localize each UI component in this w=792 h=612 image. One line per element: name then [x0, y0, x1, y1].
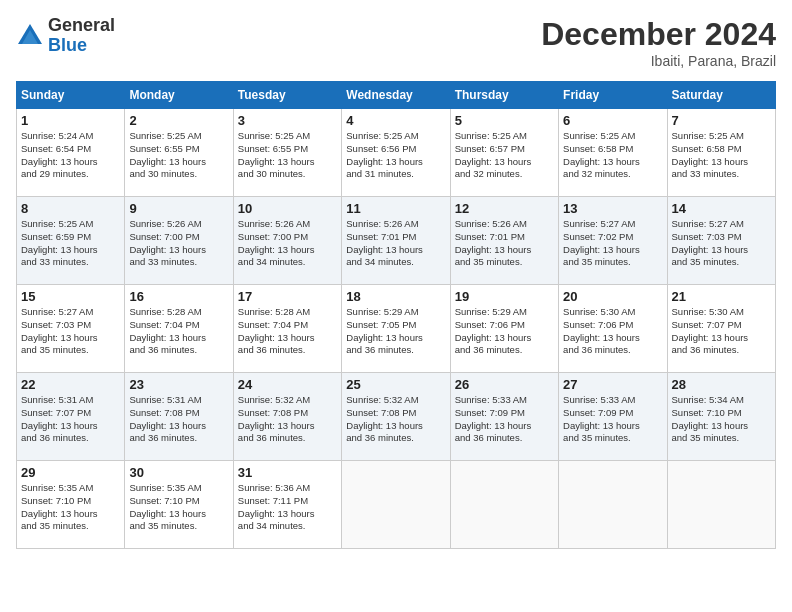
- col-thursday: Thursday: [450, 82, 558, 109]
- day-number: 31: [238, 465, 337, 480]
- day-number: 25: [346, 377, 445, 392]
- calendar-cell: 11Sunrise: 5:26 AM Sunset: 7:01 PM Dayli…: [342, 197, 450, 285]
- calendar-cell: 9Sunrise: 5:26 AM Sunset: 7:00 PM Daylig…: [125, 197, 233, 285]
- day-detail: Sunrise: 5:30 AM Sunset: 7:06 PM Dayligh…: [563, 306, 662, 357]
- calendar-cell: 22Sunrise: 5:31 AM Sunset: 7:07 PM Dayli…: [17, 373, 125, 461]
- calendar-cell: 31Sunrise: 5:36 AM Sunset: 7:11 PM Dayli…: [233, 461, 341, 549]
- day-number: 24: [238, 377, 337, 392]
- day-number: 20: [563, 289, 662, 304]
- calendar-cell: [559, 461, 667, 549]
- calendar-cell: [342, 461, 450, 549]
- day-detail: Sunrise: 5:29 AM Sunset: 7:05 PM Dayligh…: [346, 306, 445, 357]
- day-number: 3: [238, 113, 337, 128]
- day-number: 26: [455, 377, 554, 392]
- day-detail: Sunrise: 5:32 AM Sunset: 7:08 PM Dayligh…: [238, 394, 337, 445]
- calendar-cell: 25Sunrise: 5:32 AM Sunset: 7:08 PM Dayli…: [342, 373, 450, 461]
- calendar-cell: [667, 461, 775, 549]
- day-detail: Sunrise: 5:25 AM Sunset: 6:55 PM Dayligh…: [238, 130, 337, 181]
- calendar-cell: 30Sunrise: 5:35 AM Sunset: 7:10 PM Dayli…: [125, 461, 233, 549]
- day-number: 1: [21, 113, 120, 128]
- day-number: 16: [129, 289, 228, 304]
- page-header: General Blue December 2024 Ibaiti, Paran…: [16, 16, 776, 69]
- calendar-cell: 26Sunrise: 5:33 AM Sunset: 7:09 PM Dayli…: [450, 373, 558, 461]
- day-detail: Sunrise: 5:25 AM Sunset: 6:58 PM Dayligh…: [563, 130, 662, 181]
- day-detail: Sunrise: 5:27 AM Sunset: 7:03 PM Dayligh…: [21, 306, 120, 357]
- calendar-cell: 23Sunrise: 5:31 AM Sunset: 7:08 PM Dayli…: [125, 373, 233, 461]
- day-number: 29: [21, 465, 120, 480]
- calendar-cell: 1Sunrise: 5:24 AM Sunset: 6:54 PM Daylig…: [17, 109, 125, 197]
- day-detail: Sunrise: 5:34 AM Sunset: 7:10 PM Dayligh…: [672, 394, 771, 445]
- day-detail: Sunrise: 5:31 AM Sunset: 7:08 PM Dayligh…: [129, 394, 228, 445]
- calendar-cell: 24Sunrise: 5:32 AM Sunset: 7:08 PM Dayli…: [233, 373, 341, 461]
- day-number: 27: [563, 377, 662, 392]
- day-number: 5: [455, 113, 554, 128]
- day-detail: Sunrise: 5:26 AM Sunset: 7:00 PM Dayligh…: [238, 218, 337, 269]
- day-number: 14: [672, 201, 771, 216]
- calendar-cell: 27Sunrise: 5:33 AM Sunset: 7:09 PM Dayli…: [559, 373, 667, 461]
- calendar-header: Sunday Monday Tuesday Wednesday Thursday…: [17, 82, 776, 109]
- calendar-cell: 12Sunrise: 5:26 AM Sunset: 7:01 PM Dayli…: [450, 197, 558, 285]
- day-number: 13: [563, 201, 662, 216]
- day-detail: Sunrise: 5:27 AM Sunset: 7:03 PM Dayligh…: [672, 218, 771, 269]
- calendar-row: 1Sunrise: 5:24 AM Sunset: 6:54 PM Daylig…: [17, 109, 776, 197]
- calendar-cell: 20Sunrise: 5:30 AM Sunset: 7:06 PM Dayli…: [559, 285, 667, 373]
- day-detail: Sunrise: 5:33 AM Sunset: 7:09 PM Dayligh…: [563, 394, 662, 445]
- day-detail: Sunrise: 5:26 AM Sunset: 7:01 PM Dayligh…: [455, 218, 554, 269]
- day-number: 19: [455, 289, 554, 304]
- logo: General Blue: [16, 16, 115, 56]
- col-wednesday: Wednesday: [342, 82, 450, 109]
- col-friday: Friday: [559, 82, 667, 109]
- day-detail: Sunrise: 5:28 AM Sunset: 7:04 PM Dayligh…: [129, 306, 228, 357]
- day-number: 23: [129, 377, 228, 392]
- calendar-row: 8Sunrise: 5:25 AM Sunset: 6:59 PM Daylig…: [17, 197, 776, 285]
- col-tuesday: Tuesday: [233, 82, 341, 109]
- logo-text: General Blue: [48, 16, 115, 56]
- day-detail: Sunrise: 5:26 AM Sunset: 7:01 PM Dayligh…: [346, 218, 445, 269]
- header-row: Sunday Monday Tuesday Wednesday Thursday…: [17, 82, 776, 109]
- day-detail: Sunrise: 5:25 AM Sunset: 6:56 PM Dayligh…: [346, 130, 445, 181]
- day-number: 4: [346, 113, 445, 128]
- day-detail: Sunrise: 5:25 AM Sunset: 6:58 PM Dayligh…: [672, 130, 771, 181]
- col-monday: Monday: [125, 82, 233, 109]
- calendar-cell: 10Sunrise: 5:26 AM Sunset: 7:00 PM Dayli…: [233, 197, 341, 285]
- calendar-cell: 29Sunrise: 5:35 AM Sunset: 7:10 PM Dayli…: [17, 461, 125, 549]
- calendar-cell: 14Sunrise: 5:27 AM Sunset: 7:03 PM Dayli…: [667, 197, 775, 285]
- calendar-cell: 17Sunrise: 5:28 AM Sunset: 7:04 PM Dayli…: [233, 285, 341, 373]
- col-sunday: Sunday: [17, 82, 125, 109]
- day-number: 28: [672, 377, 771, 392]
- day-detail: Sunrise: 5:29 AM Sunset: 7:06 PM Dayligh…: [455, 306, 554, 357]
- day-detail: Sunrise: 5:35 AM Sunset: 7:10 PM Dayligh…: [129, 482, 228, 533]
- title-block: December 2024 Ibaiti, Parana, Brazil: [541, 16, 776, 69]
- day-number: 7: [672, 113, 771, 128]
- day-number: 22: [21, 377, 120, 392]
- day-number: 30: [129, 465, 228, 480]
- day-detail: Sunrise: 5:31 AM Sunset: 7:07 PM Dayligh…: [21, 394, 120, 445]
- calendar-row: 29Sunrise: 5:35 AM Sunset: 7:10 PM Dayli…: [17, 461, 776, 549]
- day-number: 11: [346, 201, 445, 216]
- calendar-cell: 28Sunrise: 5:34 AM Sunset: 7:10 PM Dayli…: [667, 373, 775, 461]
- day-detail: Sunrise: 5:35 AM Sunset: 7:10 PM Dayligh…: [21, 482, 120, 533]
- col-saturday: Saturday: [667, 82, 775, 109]
- day-number: 21: [672, 289, 771, 304]
- calendar-cell: 15Sunrise: 5:27 AM Sunset: 7:03 PM Dayli…: [17, 285, 125, 373]
- location: Ibaiti, Parana, Brazil: [541, 53, 776, 69]
- day-number: 10: [238, 201, 337, 216]
- day-number: 2: [129, 113, 228, 128]
- calendar-table: Sunday Monday Tuesday Wednesday Thursday…: [16, 81, 776, 549]
- calendar-body: 1Sunrise: 5:24 AM Sunset: 6:54 PM Daylig…: [17, 109, 776, 549]
- calendar-cell: 13Sunrise: 5:27 AM Sunset: 7:02 PM Dayli…: [559, 197, 667, 285]
- day-detail: Sunrise: 5:28 AM Sunset: 7:04 PM Dayligh…: [238, 306, 337, 357]
- calendar-cell: 16Sunrise: 5:28 AM Sunset: 7:04 PM Dayli…: [125, 285, 233, 373]
- calendar-cell: 2Sunrise: 5:25 AM Sunset: 6:55 PM Daylig…: [125, 109, 233, 197]
- day-number: 18: [346, 289, 445, 304]
- calendar-cell: 4Sunrise: 5:25 AM Sunset: 6:56 PM Daylig…: [342, 109, 450, 197]
- day-detail: Sunrise: 5:25 AM Sunset: 6:59 PM Dayligh…: [21, 218, 120, 269]
- calendar-cell: 18Sunrise: 5:29 AM Sunset: 7:05 PM Dayli…: [342, 285, 450, 373]
- calendar-cell: [450, 461, 558, 549]
- calendar-cell: 21Sunrise: 5:30 AM Sunset: 7:07 PM Dayli…: [667, 285, 775, 373]
- calendar-cell: 7Sunrise: 5:25 AM Sunset: 6:58 PM Daylig…: [667, 109, 775, 197]
- day-number: 12: [455, 201, 554, 216]
- day-number: 8: [21, 201, 120, 216]
- calendar-row: 15Sunrise: 5:27 AM Sunset: 7:03 PM Dayli…: [17, 285, 776, 373]
- month-title: December 2024: [541, 16, 776, 53]
